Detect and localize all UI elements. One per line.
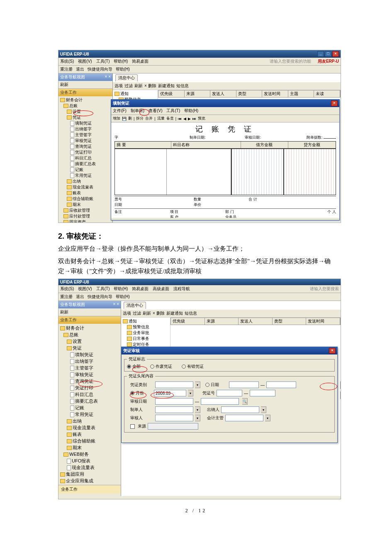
tree-node[interactable]: 出纳签字 xyxy=(75,127,92,131)
vmenu-help[interactable]: 帮助(H) xyxy=(184,108,198,114)
tree-node[interactable]: 摘要汇总表 xyxy=(75,161,96,166)
input-cat[interactable] xyxy=(155,381,193,388)
vtb-split[interactable]: 拆分 xyxy=(136,116,144,121)
vtb-del[interactable]: 删 xyxy=(128,116,132,121)
tree-node[interactable]: 主管签字 xyxy=(75,365,93,370)
menu-view[interactable]: 视图(V) xyxy=(78,59,92,64)
menu-help[interactable]: 帮助(H) xyxy=(114,59,128,64)
nav-root[interactable]: 业务工作 xyxy=(58,316,121,324)
tree-node[interactable]: 综合辅助账 xyxy=(73,196,93,201)
tree-node[interactable]: 财务会计 xyxy=(66,325,84,330)
input-month[interactable]: 2008.03 xyxy=(154,390,186,396)
tree-node[interactable]: 凭证打印 xyxy=(75,385,93,390)
col-type[interactable]: 类型 xyxy=(273,318,307,325)
tree-node[interactable]: 期末 xyxy=(73,445,82,450)
tree-node[interactable]: 账表 xyxy=(73,432,82,437)
tree-node[interactable]: 摘要汇总表 xyxy=(75,399,98,403)
nav-first-icon[interactable]: ⏮ xyxy=(178,117,182,121)
msg-tb-new[interactable]: 新建通知 xyxy=(166,311,183,316)
tree-node[interactable]: 审核凭证 xyxy=(75,138,92,143)
tree-node[interactable]: 出纳签字 xyxy=(75,359,93,364)
msg-tree-item[interactable]: 业务审批 xyxy=(133,330,149,335)
msg-tree-item[interactable]: 预警信息 xyxy=(133,325,149,329)
msg-tb-new[interactable]: 新建通知 xyxy=(158,83,175,89)
tb-relogin[interactable]: 重注册 xyxy=(60,66,73,72)
tree-node[interactable]: 现金流量表 xyxy=(73,425,95,430)
tree-node[interactable]: 设置 xyxy=(73,109,81,114)
msg-tb-del[interactable]: × 删除 xyxy=(144,83,156,89)
tree-node[interactable]: 财务会计 xyxy=(66,98,83,102)
msg-tb-opt[interactable]: 选项 xyxy=(123,311,131,316)
msg-tree-item[interactable]: 日常事务 xyxy=(133,336,149,341)
menu-processnav[interactable]: 流程导航 xyxy=(173,286,190,292)
col-subject[interactable]: 主题 xyxy=(288,90,314,97)
tree-node[interactable]: 填制凭证 xyxy=(75,352,93,357)
nav-refresh[interactable]: 刷新 xyxy=(58,81,112,89)
tree-node[interactable]: 企业应用集成 xyxy=(66,478,93,483)
vmenu-file[interactable]: 文件(F) xyxy=(113,108,127,114)
col-time[interactable]: 发送时间 xyxy=(262,90,288,97)
dropdown-icon[interactable]: ▾ xyxy=(265,415,270,421)
tree-node[interactable]: 集团应用 xyxy=(66,472,84,477)
nav-tree[interactable]: 财务会计 总账 设置 凭证 填制凭证 出纳签字 主管签字 审核凭证 查询凭证 凭… xyxy=(58,96,112,223)
audit-close-icon[interactable]: × xyxy=(329,348,336,354)
input-date-from[interactable] xyxy=(229,381,259,388)
input-auditor[interactable] xyxy=(155,415,193,421)
msg-tb-opt[interactable]: 选项 xyxy=(114,83,123,89)
nav-next-icon[interactable]: ▶ xyxy=(188,117,191,121)
vtb-preview[interactable]: 预览 xyxy=(198,116,205,121)
menu-help[interactable]: 帮助(H) xyxy=(114,286,128,292)
search-hint[interactable]: 请输入您要搜索 xyxy=(310,286,339,292)
msg-tb-filter[interactable]: 过滤 xyxy=(133,311,141,316)
vmenu-tools[interactable]: 工具(T) xyxy=(166,108,180,114)
nav-prev-icon[interactable]: ◀ xyxy=(183,117,186,121)
nav-root[interactable]: 业务工作 xyxy=(58,89,112,96)
msg-tree-item[interactable]: 通知 xyxy=(120,91,129,96)
tree-node[interactable]: 科目汇总 xyxy=(75,392,93,397)
tree-node[interactable]: 总账 xyxy=(69,103,78,108)
msg-tb-sms[interactable]: 短信息 xyxy=(176,83,189,89)
col-sender[interactable]: 发送人 xyxy=(210,90,236,97)
nav-tree[interactable]: 财务会计 总账 设置 凭证 填制凭证 出纳签字 主管签字 审核凭证 查询凭证 凭… xyxy=(58,324,121,485)
tb-help[interactable]: 帮助(H) xyxy=(116,294,130,300)
col-type[interactable]: 类型 xyxy=(236,90,263,97)
dropdown-icon[interactable]: ▾ xyxy=(195,406,200,413)
tree-node[interactable]: WEB财务 xyxy=(69,452,89,457)
msg-tb-sms[interactable]: 短信息 xyxy=(185,311,197,316)
tree-node[interactable]: 查询凭证 xyxy=(75,144,92,149)
tree-node[interactable]: 账表 xyxy=(73,191,81,195)
radio-date[interactable]: 日期 xyxy=(205,382,219,388)
voucher-close-icon[interactable]: × xyxy=(331,100,338,106)
vtb-note[interactable]: 备查 xyxy=(166,116,174,121)
msg-tb-refresh[interactable]: 刷新 xyxy=(143,311,151,316)
dropdown-icon[interactable]: ▾ xyxy=(195,415,200,421)
search-hint[interactable]: 请输入您要搜索的功能 xyxy=(270,59,311,64)
tree-node[interactable]: 常用凭证 xyxy=(75,412,93,417)
tree-node-fill-voucher[interactable]: 填制凭证 xyxy=(75,121,92,125)
col-unread[interactable]: 未读 xyxy=(314,90,340,97)
lookup-icon[interactable]: 🔍 xyxy=(242,398,248,405)
tb-relogin[interactable]: 重注册 xyxy=(60,294,73,300)
input-maker[interactable] xyxy=(155,406,193,413)
input-cashier[interactable] xyxy=(221,406,259,413)
tree-node[interactable]: 现金流量表 xyxy=(73,185,93,189)
checkbox-source[interactable] xyxy=(130,424,136,429)
radio-all[interactable]: 全部 xyxy=(127,364,141,369)
voucher-grid[interactable] xyxy=(114,149,336,195)
tree-node[interactable]: 固定资产 xyxy=(69,220,86,223)
col-source[interactable]: 来源 xyxy=(185,90,211,97)
input-audit-to[interactable] xyxy=(201,398,239,405)
radio-errored[interactable]: 有错凭证 xyxy=(182,364,204,369)
tb-exit[interactable]: 退出 xyxy=(76,66,84,72)
tree-node[interactable]: 记账 xyxy=(75,405,84,410)
tree-node[interactable]: 查询凭证 xyxy=(75,379,93,384)
menu-tools[interactable]: 工具(T) xyxy=(96,286,110,292)
tree-node[interactable]: 记账 xyxy=(75,167,83,172)
menu-tools[interactable]: 工具(T) xyxy=(96,59,110,64)
tree-node[interactable]: 主管签字 xyxy=(75,132,92,137)
menu-system[interactable]: 系统(S) xyxy=(60,286,74,292)
nav-refresh[interactable]: 刷新 xyxy=(58,308,121,316)
dropdown-icon[interactable]: ▾ xyxy=(188,390,193,396)
nav-close-icon[interactable]: × × xyxy=(113,302,119,308)
tree-node[interactable]: 凭证 xyxy=(73,345,82,350)
